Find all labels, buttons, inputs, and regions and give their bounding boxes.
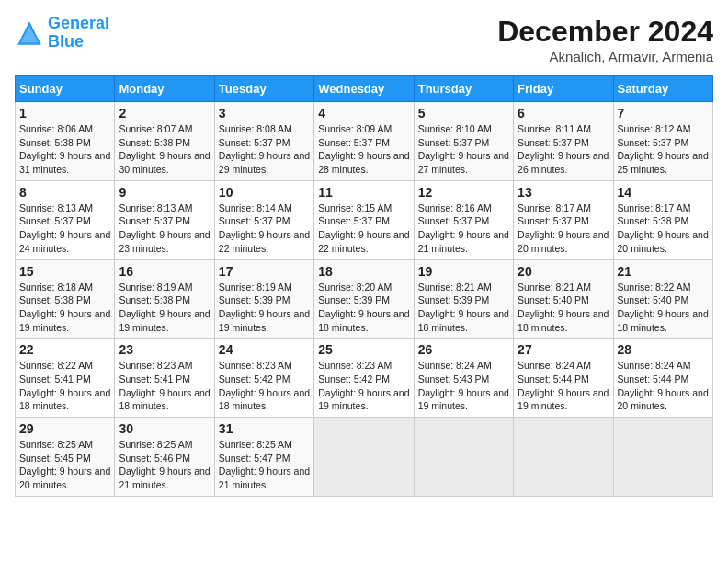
main-title: December 2024 [497,15,713,49]
daylight: Daylight: 9 hours and 27 minutes. [418,150,509,175]
sunrise: Sunrise: 8:18 AM [19,282,93,293]
cell-content: Sunrise: 8:23 AM Sunset: 5:42 PM Dayligh… [219,359,310,413]
day-number: 18 [318,264,409,279]
sunrise: Sunrise: 8:23 AM [219,360,292,371]
daylight: Daylight: 9 hours and 21 minutes. [119,465,210,490]
sunrise: Sunrise: 8:14 AM [219,202,292,213]
calendar-cell: 19 Sunrise: 8:21 AM Sunset: 5:39 PM Dayl… [414,259,513,339]
daylight: Daylight: 9 hours and 24 minutes. [19,229,110,254]
calendar-cell: 23 Sunrise: 8:23 AM Sunset: 5:41 PM Dayl… [115,339,214,418]
sunset: Sunset: 5:39 PM [318,294,390,305]
sunrise: Sunrise: 8:24 AM [418,360,492,371]
daylight: Daylight: 9 hours and 20 minutes. [618,387,709,412]
day-number: 26 [418,342,509,357]
sunrise: Sunrise: 8:25 AM [19,439,93,450]
calendar-week-2: 8 Sunrise: 8:13 AM Sunset: 5:37 PM Dayli… [16,180,713,259]
sunset: Sunset: 5:42 PM [318,373,390,385]
calendar-cell: 5 Sunrise: 8:10 AM Sunset: 5:37 PM Dayli… [414,102,513,181]
day-number: 7 [618,106,709,121]
cell-content: Sunrise: 8:25 AM Sunset: 5:46 PM Dayligh… [119,438,210,492]
calendar-cell [314,418,414,497]
day-number: 22 [19,342,110,357]
daylight: Daylight: 9 hours and 31 minutes. [19,150,110,175]
col-saturday: Saturday [613,76,712,102]
col-wednesday: Wednesday [314,76,414,102]
cell-content: Sunrise: 8:21 AM Sunset: 5:39 PM Dayligh… [418,281,509,335]
sunset: Sunset: 5:37 PM [318,215,390,226]
logo-general: General [48,14,109,32]
sunrise: Sunrise: 8:23 AM [119,360,192,371]
calendar-cell: 13 Sunrise: 8:17 AM Sunset: 5:37 PM Dayl… [514,180,613,259]
sunrise: Sunrise: 8:06 AM [19,123,93,134]
cell-content: Sunrise: 8:17 AM Sunset: 5:37 PM Dayligh… [518,201,609,256]
sunrise: Sunrise: 8:17 AM [618,202,691,213]
page-header: General Blue December 2024 Aknalich, Arm… [15,15,713,64]
cell-content: Sunrise: 8:23 AM Sunset: 5:41 PM Dayligh… [119,359,210,413]
calendar-cell: 4 Sunrise: 8:09 AM Sunset: 5:37 PM Dayli… [314,102,414,181]
calendar-cell: 10 Sunrise: 8:14 AM Sunset: 5:37 PM Dayl… [214,180,313,259]
calendar-cell: 17 Sunrise: 8:19 AM Sunset: 5:39 PM Dayl… [214,259,313,339]
day-number: 4 [318,106,409,121]
day-number: 19 [418,264,509,279]
day-number: 1 [19,106,110,121]
daylight: Daylight: 9 hours and 18 minutes. [618,308,709,333]
calendar-cell: 20 Sunrise: 8:21 AM Sunset: 5:40 PM Dayl… [514,259,613,339]
daylight: Daylight: 9 hours and 22 minutes. [219,229,310,254]
sunrise: Sunrise: 8:12 AM [618,123,691,134]
day-number: 23 [119,342,210,357]
sunset: Sunset: 5:37 PM [518,137,589,148]
sunset: Sunset: 5:46 PM [119,453,190,464]
calendar-cell: 21 Sunrise: 8:22 AM Sunset: 5:40 PM Dayl… [613,259,712,339]
daylight: Daylight: 9 hours and 23 minutes. [119,229,210,254]
calendar-week-4: 22 Sunrise: 8:22 AM Sunset: 5:41 PM Dayl… [16,339,713,418]
cell-content: Sunrise: 8:08 AM Sunset: 5:37 PM Dayligh… [219,122,310,177]
sunset: Sunset: 5:38 PM [19,137,91,148]
sunrise: Sunrise: 8:20 AM [318,282,392,293]
sunrise: Sunrise: 8:21 AM [418,282,492,293]
cell-content: Sunrise: 8:15 AM Sunset: 5:37 PM Dayligh… [318,201,409,256]
daylight: Daylight: 9 hours and 18 minutes. [219,387,310,412]
header-row: Sunday Monday Tuesday Wednesday Thursday… [16,76,713,102]
logo-text: General Blue [48,15,109,52]
sunset: Sunset: 5:37 PM [418,215,490,226]
sunrise: Sunrise: 8:15 AM [318,202,392,213]
sunrise: Sunrise: 8:11 AM [518,123,591,134]
calendar-cell: 9 Sunrise: 8:13 AM Sunset: 5:37 PM Dayli… [115,180,214,259]
daylight: Daylight: 9 hours and 19 minutes. [418,387,509,412]
calendar-cell [414,418,513,497]
cell-content: Sunrise: 8:13 AM Sunset: 5:37 PM Dayligh… [19,201,110,256]
cell-content: Sunrise: 8:13 AM Sunset: 5:37 PM Dayligh… [119,201,210,256]
day-number: 30 [119,421,210,436]
sunset: Sunset: 5:37 PM [618,137,689,148]
calendar-cell: 26 Sunrise: 8:24 AM Sunset: 5:43 PM Dayl… [414,339,513,418]
col-tuesday: Tuesday [214,76,313,102]
calendar-week-3: 15 Sunrise: 8:18 AM Sunset: 5:38 PM Dayl… [16,259,713,339]
sunrise: Sunrise: 8:09 AM [318,123,392,134]
calendar-cell: 8 Sunrise: 8:13 AM Sunset: 5:37 PM Dayli… [16,180,115,259]
col-thursday: Thursday [414,76,513,102]
sunset: Sunset: 5:37 PM [318,137,390,148]
sunset: Sunset: 5:37 PM [19,215,91,226]
col-sunday: Sunday [16,76,115,102]
daylight: Daylight: 9 hours and 20 minutes. [518,229,609,254]
sunrise: Sunrise: 8:13 AM [119,202,192,213]
cell-content: Sunrise: 8:18 AM Sunset: 5:38 PM Dayligh… [19,281,110,335]
cell-content: Sunrise: 8:21 AM Sunset: 5:40 PM Dayligh… [518,281,609,335]
calendar-cell: 22 Sunrise: 8:22 AM Sunset: 5:41 PM Dayl… [16,339,115,418]
day-number: 9 [119,185,210,200]
calendar-cell: 12 Sunrise: 8:16 AM Sunset: 5:37 PM Dayl… [414,180,513,259]
daylight: Daylight: 9 hours and 18 minutes. [318,308,409,333]
sunrise: Sunrise: 8:22 AM [618,282,691,293]
calendar-cell [613,418,712,497]
cell-content: Sunrise: 8:24 AM Sunset: 5:44 PM Dayligh… [518,359,609,413]
calendar-cell: 15 Sunrise: 8:18 AM Sunset: 5:38 PM Dayl… [16,259,115,339]
daylight: Daylight: 9 hours and 18 minutes. [119,387,210,412]
calendar-cell: 30 Sunrise: 8:25 AM Sunset: 5:46 PM Dayl… [115,418,214,497]
day-number: 31 [219,421,310,436]
cell-content: Sunrise: 8:17 AM Sunset: 5:38 PM Dayligh… [618,201,709,256]
day-number: 29 [19,421,110,436]
calendar-cell: 28 Sunrise: 8:24 AM Sunset: 5:44 PM Dayl… [613,339,712,418]
calendar-cell: 18 Sunrise: 8:20 AM Sunset: 5:39 PM Dayl… [314,259,414,339]
cell-content: Sunrise: 8:25 AM Sunset: 5:45 PM Dayligh… [19,438,110,492]
sunrise: Sunrise: 8:24 AM [618,360,691,371]
